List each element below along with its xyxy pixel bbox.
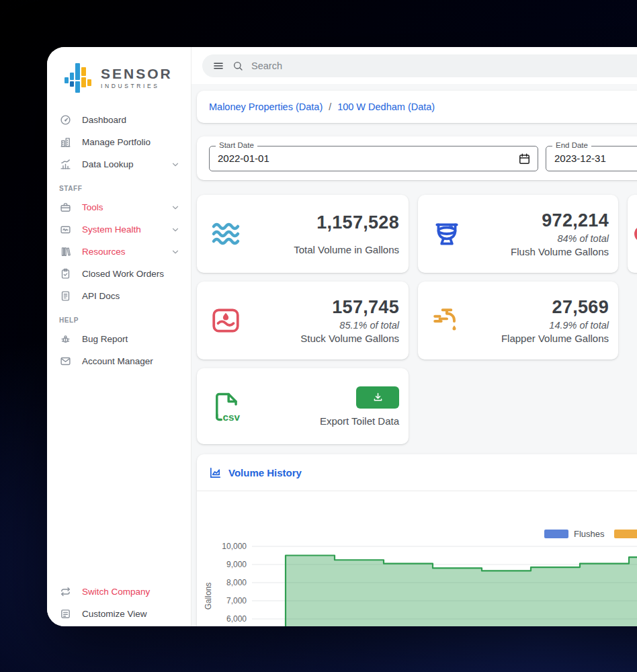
envelope-icon bbox=[59, 355, 71, 368]
sidebar-item-api-docs[interactable]: API Docs bbox=[47, 285, 191, 307]
svg-text:7,000: 7,000 bbox=[226, 596, 247, 605]
sidebar: SENSOR INDUSTRIES Dashboard Manage Portf… bbox=[47, 47, 192, 626]
sidebar-item-label: Closed Work Orders bbox=[82, 269, 180, 279]
books-icon bbox=[59, 246, 71, 258]
svg-text:6,000: 6,000 bbox=[226, 614, 247, 624]
chevron-down-icon bbox=[171, 160, 180, 169]
stat-value: 1,157,528 bbox=[316, 212, 399, 233]
sidebar-item-switch-company[interactable]: Switch Company bbox=[47, 581, 191, 603]
sidebar-nav: Dashboard Manage Portfolio Data Lookup S… bbox=[47, 109, 191, 372]
start-date-label: Start Date bbox=[216, 141, 257, 149]
stat-card-flush-volume: 972,214 84% of total Flush Volume Gallon… bbox=[418, 195, 618, 273]
sidebar-item-system-health[interactable]: System Health bbox=[47, 218, 191, 241]
sidebar-item-customize-view[interactable]: Customize View bbox=[47, 603, 191, 625]
water-waves-icon bbox=[210, 220, 247, 247]
sidebar-item-data-lookup[interactable]: Data Lookup bbox=[47, 153, 191, 175]
breadcrumb-link-property[interactable]: Maloney Properties (Data) bbox=[209, 101, 323, 112]
svg-text:csv: csv bbox=[222, 411, 240, 422]
sidebar-footer: Switch Company Customize View bbox=[47, 581, 191, 625]
sidebar-item-label: Data Lookup bbox=[82, 159, 171, 169]
main-area: Maloney Properties (Data) / 100 W Dedham… bbox=[192, 47, 637, 626]
sidebar-item-label: Bug Report bbox=[82, 334, 180, 344]
stat-label: Stuck Volume Gallons bbox=[300, 333, 399, 344]
chevron-down-icon bbox=[171, 225, 180, 235]
logo-subtitle: INDUSTRIES bbox=[101, 83, 173, 89]
sidebar-item-label: Dashboard bbox=[82, 115, 180, 125]
export-label: Export Toilet Data bbox=[320, 415, 399, 427]
stat-percent: 84% of total bbox=[557, 233, 609, 244]
breadcrumb: Maloney Properties (Data) / 100 W Dedham… bbox=[197, 91, 637, 123]
company-logo[interactable]: SENSOR INDUSTRIES bbox=[47, 47, 191, 103]
toilet-icon bbox=[431, 218, 468, 249]
sidebar-item-manage-portfolio[interactable]: Manage Portfolio bbox=[47, 131, 191, 153]
search-bar bbox=[202, 54, 637, 77]
chart-title: Volume History bbox=[228, 467, 302, 478]
download-button[interactable] bbox=[356, 386, 399, 409]
sidebar-item-bug-report[interactable]: Bug Report bbox=[47, 328, 191, 350]
chart-header: Volume History bbox=[197, 454, 637, 491]
volume-chart-svg: 10,0009,0008,0007,0006,000 bbox=[197, 535, 637, 626]
monitor-pulse-icon bbox=[59, 224, 71, 236]
stat-label: Flush Volume Gallons bbox=[511, 246, 609, 257]
sidebar-item-label: Customize View bbox=[82, 609, 180, 619]
sidebar-item-label: System Health bbox=[82, 224, 171, 235]
chevron-down-icon bbox=[171, 247, 180, 257]
gauge-icon bbox=[59, 114, 71, 126]
svg-text:10,000: 10,000 bbox=[222, 542, 247, 551]
stuck-water-icon bbox=[210, 305, 247, 336]
stat-label: Total Volume in Gallons bbox=[294, 244, 399, 255]
stat-card-partial bbox=[628, 195, 637, 273]
stat-card-total-volume: 1,157,528 Total Volume in Gallons bbox=[197, 195, 409, 273]
card-lines-icon bbox=[59, 608, 71, 620]
sidebar-item-tools[interactable]: Tools bbox=[47, 196, 191, 218]
breadcrumb-link-building[interactable]: 100 W Dedham (Data) bbox=[337, 101, 435, 112]
stat-label: Flapper Volume Gallons bbox=[501, 333, 609, 344]
csv-file-icon: csv bbox=[210, 390, 247, 423]
export-card: csv Export Toilet Data bbox=[197, 368, 409, 444]
search-icon bbox=[232, 60, 243, 71]
buildings-icon bbox=[59, 136, 71, 149]
search-input[interactable] bbox=[251, 60, 637, 71]
logo-bars-icon bbox=[65, 62, 94, 94]
volume-history-card: Volume History Flushes Flappers Gallons … bbox=[197, 454, 637, 626]
nav-section-staff: STAFF bbox=[47, 175, 191, 196]
bug-icon bbox=[59, 333, 71, 345]
chevron-down-icon bbox=[171, 203, 180, 212]
logo-title: SENSOR bbox=[101, 67, 173, 81]
stat-value: 27,569 bbox=[552, 297, 609, 318]
stat-card-stuck-volume: 157,745 85.1% of total Stuck Volume Gall… bbox=[197, 282, 409, 360]
end-date-label: End Date bbox=[552, 141, 591, 149]
stat-value: 157,745 bbox=[332, 297, 399, 318]
hamburger-menu-icon[interactable] bbox=[212, 60, 224, 72]
stat-card-grid: 1,157,528 Total Volume in Gallons 972,21… bbox=[197, 195, 637, 444]
sidebar-item-label: Switch Company bbox=[82, 587, 180, 597]
dripping-faucet-icon bbox=[431, 305, 468, 336]
sidebar-item-closed-work-orders[interactable]: Closed Work Orders bbox=[47, 263, 191, 285]
sidebar-item-resources[interactable]: Resources bbox=[47, 241, 191, 263]
date-filter-card: Start Date 2022-01-01 End Date 2023-12-3… bbox=[197, 136, 637, 180]
end-date-field[interactable]: End Date 2023-12-31 bbox=[546, 146, 637, 171]
sidebar-item-label: Account Manager bbox=[82, 356, 180, 366]
svg-text:8,000: 8,000 bbox=[226, 578, 247, 587]
sidebar-item-account-manager[interactable]: Account Manager bbox=[47, 350, 191, 372]
sidebar-item-label: Tools bbox=[82, 202, 171, 212]
sidebar-item-label: Resources bbox=[82, 247, 171, 257]
chart-bars-icon bbox=[59, 159, 71, 171]
swap-arrows-icon bbox=[59, 586, 71, 598]
breadcrumb-separator: / bbox=[329, 101, 331, 112]
briefcase-icon bbox=[59, 202, 71, 214]
end-date-value[interactable]: 2023-12-31 bbox=[546, 146, 637, 171]
download-icon bbox=[372, 392, 384, 403]
sidebar-item-dashboard[interactable]: Dashboard bbox=[47, 109, 191, 131]
start-date-value[interactable]: 2022-01-01 bbox=[210, 146, 538, 171]
app-window: SENSOR INDUSTRIES Dashboard Manage Portf… bbox=[47, 47, 637, 626]
document-icon bbox=[59, 290, 71, 302]
sidebar-item-label: Manage Portfolio bbox=[82, 137, 180, 147]
red-stat-icon bbox=[633, 224, 637, 243]
stat-value: 972,214 bbox=[542, 210, 609, 231]
start-date-field[interactable]: Start Date 2022-01-01 bbox=[209, 146, 538, 171]
sidebar-item-label: API Docs bbox=[82, 291, 180, 301]
calendar-icon[interactable] bbox=[518, 153, 532, 166]
topbar bbox=[192, 47, 637, 84]
stat-card-flapper-volume: 27,569 14.9% of total Flapper Volume Gal… bbox=[418, 282, 618, 360]
